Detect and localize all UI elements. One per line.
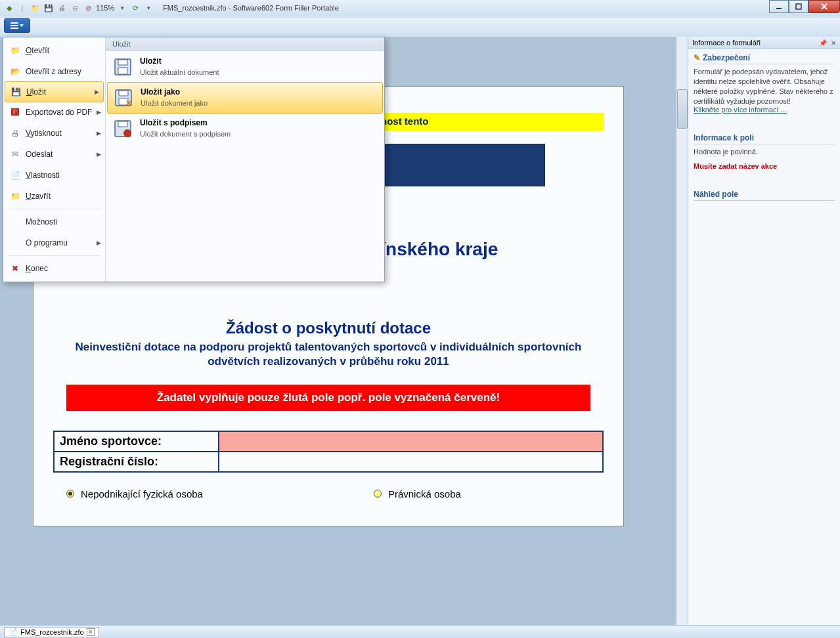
preview-title: Náhled pole [694,190,835,201]
chevron-right-icon: ▶ [95,89,99,95]
menu-item-open[interactable]: 📁Otevřít [3,40,105,61]
security-section: ✎Zabezpečení Formulář je podepsán vydava… [688,49,840,117]
qat-separator: | [17,3,28,13]
security-title: Zabezpečení [703,53,750,62]
blank-icon [10,217,20,227]
menu-item-about[interactable]: O programu▶ [3,232,105,253]
document-tab-label: FMS_rozcestnik.zfo [20,628,84,636]
app-menu-button[interactable] [4,18,30,33]
file-menu-main: 📁Otevřít 📂Otevřít z adresy 💾Uložit▶ 🅿Exp… [3,37,106,282]
properties-icon: 📄 [10,170,20,181]
field-name-input[interactable] [219,431,603,452]
submenu-item-save-as[interactable]: Uložit jakoUložit dokument jako [107,82,383,114]
menu-item-properties[interactable]: 📄Vlastnosti [3,165,105,186]
title-filename: FMS_rozcestnik.zfo [163,4,227,12]
svg-rect-6 [118,68,127,74]
field-regnum-label: Registrační číslo: [54,452,219,472]
menu-separator [7,209,101,209]
radio-icon[interactable] [66,490,74,498]
menu-item-close-doc[interactable]: 📁Uzavřít [3,186,105,207]
folder-url-icon: 📂 [10,66,20,77]
security-link[interactable]: Klikněte pro více informací ... [694,106,835,114]
folder-icon: 📁 [10,45,20,56]
submenu-title: Uložit [140,56,219,66]
qat-zoom-value[interactable]: 115% [96,3,114,13]
field-info-section: Informace k poli Hodnota je povinná. Mus… [688,129,840,174]
titlebar: ◆ | 📁 💾 🖨 ⊖ ⊘ 115% ▼ ⟳ ▾ FMS_rozcestnik.… [0,0,840,16]
qat-icon-1[interactable]: ◆ [4,3,14,13]
statusbar: 📄 FMS_rozcestnik.zfo ✕ [0,625,840,638]
qat-zoom-stop-icon[interactable]: ⊘ [83,3,93,13]
minimize-button[interactable] [769,0,789,13]
panel-close-icon[interactable]: ✕ [831,39,836,47]
radio-option-physical[interactable]: Nepodnikající fyzická osoba [66,488,203,500]
side-panel: Informace o formuláři 📌 ✕ ✎Zabezpečení F… [688,37,840,625]
save-as-icon [113,87,134,108]
svg-rect-8 [119,91,128,96]
window-title: FMS_rozcestnik.zfo - Software602 Form Fi… [163,4,339,12]
folder-close-icon: 📁 [10,191,20,202]
title-sep: - [229,4,233,12]
save-signed-icon [112,118,133,139]
save-icon [112,56,133,77]
security-text: Formulář je podepsán vydavatelem, jehož … [694,67,835,106]
chevron-right-icon: ▶ [97,151,101,158]
radio-option-legal[interactable]: Právnická osoba [374,488,461,500]
radio-label: Právnická osoba [388,488,461,500]
form-table: Jméno sportovce: Registrační číslo: [53,431,604,473]
vertical-scrollbar[interactable] [676,37,688,625]
svg-point-12 [123,129,131,137]
tab-close-icon[interactable]: ✕ [87,628,95,636]
window-controls [769,0,840,13]
panel-title: Informace o formuláři [692,39,761,47]
scrollbar-thumb[interactable] [677,89,688,129]
submenu-title: Uložit jako [141,87,208,96]
page-subtitle-2: Neinvestiční dotace na podporu projektů … [53,340,604,369]
pencil-icon: ✎ [694,53,700,62]
maximize-button[interactable] [789,0,808,13]
qat-open-icon[interactable]: 📁 [30,3,41,13]
qat-dropdown-icon[interactable]: ▼ [117,3,127,13]
mail-icon: ✉ [10,149,20,160]
qat: ◆ | 📁 💾 🖨 ⊖ ⊘ 115% ▼ ⟳ ▾ [0,3,158,13]
menu-item-send[interactable]: ✉Odeslat▶ [3,144,105,165]
document-tab[interactable]: 📄 FMS_rozcestnik.zfo ✕ [4,627,99,637]
chevron-right-icon: ▶ [97,109,101,116]
field-name-label: Jméno sportovce: [54,431,219,452]
chevron-right-icon: ▶ [97,240,101,246]
submenu-desc: Uložit aktuální dokument [140,68,219,76]
qat-zoom-out-icon[interactable]: ⊖ [70,3,80,13]
preview-section: Náhled pole [688,186,840,207]
file-menu: 📁Otevřít 📂Otevřít z adresy 💾Uložit▶ 🅿Exp… [3,37,385,282]
menu-item-exit[interactable]: ✖Konec [3,258,105,279]
table-row: Jméno sportovce: [54,431,603,452]
pin-icon[interactable]: 📌 [819,39,827,47]
chevron-right-icon: ▶ [97,130,101,137]
submenu-item-save-signed[interactable]: Uložit s podpisemUložit dokument s podpi… [106,113,384,144]
pdf-icon: 🅿 [10,107,20,117]
document-icon: 📄 [9,627,18,636]
panel-header: Informace o formuláři 📌 ✕ [688,37,840,49]
svg-rect-1 [796,4,801,9]
menu-item-options[interactable]: Možnosti [3,211,105,232]
qat-refresh-icon[interactable]: ⟳ [130,3,141,13]
menu-item-print[interactable]: 🖨Vytisknout▶ [3,123,105,144]
instruction-bar: Žadatel vyplňuje pouze žlutá pole popř. … [66,385,590,411]
field-regnum-input[interactable] [219,452,603,472]
close-button[interactable] [808,0,840,13]
qat-customize-icon[interactable]: ▾ [143,3,154,13]
radio-icon[interactable] [374,490,382,498]
submenu-header: Uložit [106,37,384,51]
table-row: Registrační číslo: [54,452,603,472]
print-icon: 🖨 [10,128,20,138]
submenu-title: Uložit s podpisem [140,118,231,127]
submenu-item-save[interactable]: UložitUložit aktuální dokument [106,51,384,83]
radio-group: Nepodnikající fyzická osoba Právnická os… [53,488,604,500]
qat-save-icon[interactable]: 💾 [43,3,54,13]
qat-print-icon[interactable]: 🖨 [56,3,67,13]
menu-item-save[interactable]: 💾Uložit▶ [5,81,104,102]
save-icon: 💾 [11,87,21,97]
menu-item-open-url[interactable]: 📂Otevřít z adresy [3,61,105,82]
menu-item-export-pdf[interactable]: 🅿Exportovat do PDF▶ [3,102,105,123]
blank-icon [10,238,20,248]
